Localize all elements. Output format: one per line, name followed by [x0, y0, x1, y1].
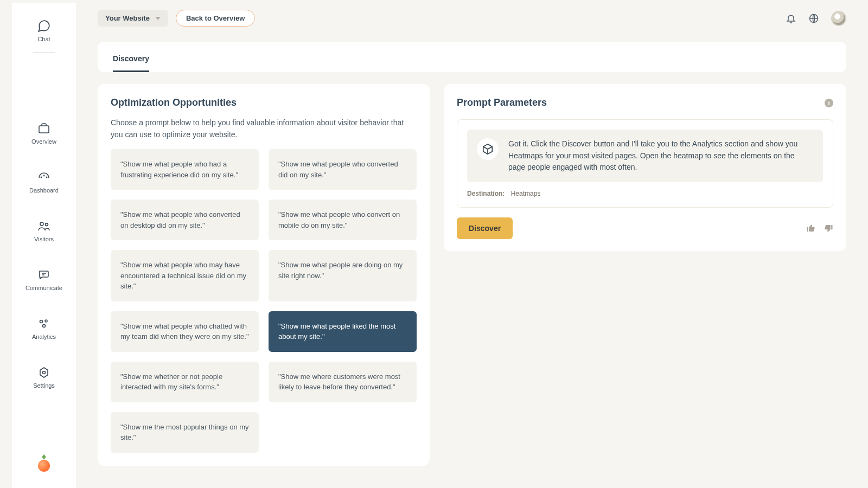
svg-point-1	[41, 177, 41, 177]
prompt-card[interactable]: "Show me what people who chatted with my…	[111, 311, 259, 352]
prompt-card[interactable]: "Show me what people who converted on de…	[111, 200, 259, 240]
assistant-avatar	[477, 138, 499, 160]
prompt-grid: "Show me what people who had a frustrati…	[111, 149, 417, 453]
message-icon	[36, 267, 52, 282]
prompt-card[interactable]: "Show me what people who converted did o…	[269, 149, 417, 190]
sidebar-item-label: Analytics	[32, 333, 56, 340]
svg-point-6	[40, 320, 43, 323]
main: Your Website Back to Overview Discovery	[76, 0, 868, 488]
gauge-icon	[36, 170, 52, 185]
orange-icon	[38, 460, 50, 472]
svg-point-3	[46, 177, 47, 177]
sidebar: Chat Overview Dashboard Visit	[12, 3, 76, 488]
globe-icon[interactable]	[808, 13, 819, 24]
sidebar-item-label: Settings	[33, 382, 55, 389]
sidebar-item-chat[interactable]: Chat	[12, 13, 76, 48]
thumbs-down-icon[interactable]	[824, 223, 833, 233]
assistant-text: Got it. Click the Discover button and I'…	[508, 138, 813, 174]
svg-point-5	[46, 223, 48, 226]
chat-icon	[36, 18, 52, 34]
settings-icon	[36, 365, 52, 380]
sidebar-item-overview[interactable]: Overview	[12, 115, 76, 150]
prompt-card[interactable]: "Show me what people who had a frustrati…	[111, 149, 259, 190]
prompt-card[interactable]: "Show me the most popular things on my s…	[111, 412, 259, 453]
sidebar-item-label: Dashboard	[29, 187, 59, 194]
briefcase-icon	[36, 121, 52, 136]
sidebar-item-visitors[interactable]: Visitors	[12, 213, 76, 248]
parameters-body: Got it. Click the Discover button and I'…	[457, 119, 833, 208]
prompt-card[interactable]: "Show me what people are doing on my sit…	[269, 250, 417, 301]
prompt-card[interactable]: "Show me whether or not people interacte…	[111, 362, 259, 402]
sidebar-item-dashboard[interactable]: Dashboard	[12, 164, 76, 199]
sidebar-item-settings[interactable]: Settings	[12, 359, 76, 394]
prompt-parameters-panel: Prompt Parameters i Got it. Click the Di…	[444, 84, 846, 251]
info-icon[interactable]: i	[825, 99, 833, 107]
sidebar-item-label: Communicate	[25, 285, 62, 291]
svg-rect-0	[39, 126, 49, 133]
destination-row: Destination: Heatmaps	[467, 190, 823, 197]
chevron-down-icon	[155, 17, 161, 20]
destination-label: Destination:	[467, 190, 505, 197]
svg-point-8	[43, 325, 46, 328]
svg-marker-9	[40, 368, 48, 377]
svg-point-4	[40, 222, 43, 226]
discover-button[interactable]: Discover	[457, 217, 513, 239]
feedback-buttons	[806, 223, 833, 233]
sidebar-item-communicate[interactable]: Communicate	[12, 262, 76, 297]
back-to-overview-button[interactable]: Back to Overview	[176, 10, 255, 27]
sidebar-item-label: Chat	[37, 36, 50, 42]
panel-description: Choose a prompt below to help you find v…	[111, 117, 417, 140]
panel-title: Prompt Parameters	[457, 97, 547, 108]
prompt-card[interactable]: "Show me what people who may have encoun…	[111, 250, 259, 301]
analytics-icon	[36, 316, 52, 331]
assistant-message: Got it. Click the Discover button and I'…	[467, 130, 823, 182]
site-selector-label: Your Website	[105, 14, 150, 22]
tabstrip: Discovery	[98, 42, 846, 72]
sidebar-item-label: Visitors	[34, 236, 54, 242]
sidebar-item-analytics[interactable]: Analytics	[12, 311, 76, 345]
svg-point-10	[43, 371, 46, 374]
sidebar-item-label: Overview	[31, 138, 56, 145]
destination-value: Heatmaps	[511, 190, 541, 197]
prompt-card[interactable]: "Show me what people who convert on mobi…	[269, 200, 417, 240]
prompt-card[interactable]: "Show me where customers were most likel…	[269, 362, 417, 402]
topbar: Your Website Back to Overview	[76, 0, 868, 27]
optimization-opportunities-panel: Optimization Opportunities Choose a prom…	[98, 84, 430, 466]
thumbs-up-icon[interactable]	[806, 223, 816, 233]
svg-point-7	[45, 320, 47, 322]
cube-icon	[482, 143, 494, 155]
site-selector[interactable]: Your Website	[98, 10, 168, 27]
avatar[interactable]	[831, 11, 846, 26]
divider	[33, 52, 55, 53]
notifications-icon[interactable]	[786, 13, 796, 24]
people-icon	[36, 219, 52, 234]
svg-point-2	[43, 175, 44, 176]
tab-discovery[interactable]: Discovery	[113, 44, 149, 72]
panel-title: Optimization Opportunities	[111, 97, 417, 108]
brand-logo	[12, 460, 76, 472]
prompt-card[interactable]: "Show me what people liked the most abou…	[269, 311, 417, 352]
